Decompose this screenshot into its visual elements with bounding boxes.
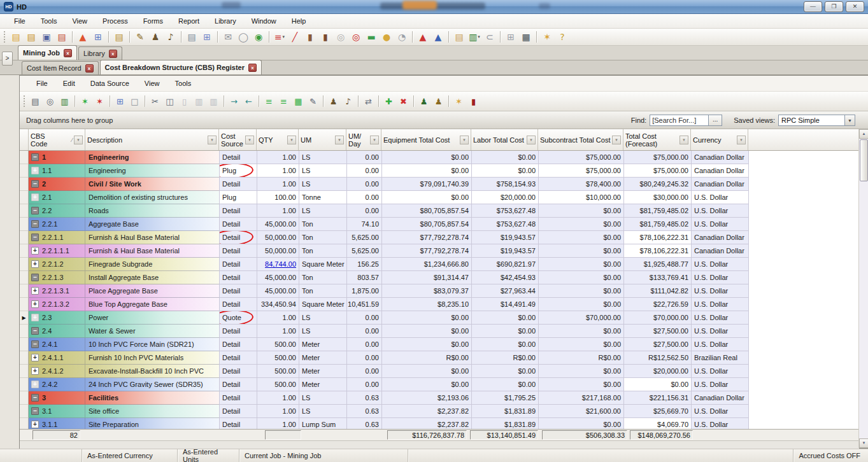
cell-labor-total-cost[interactable]: $0.00 <box>472 311 539 325</box>
reorganize-button[interactable]: ⇄ <box>362 95 375 108</box>
table-row[interactable]: +2.2.1.3.1Place Aggregate BaseDetail45,0… <box>20 284 859 298</box>
filter-icon[interactable]: ▼ <box>208 136 217 144</box>
cell-total-cost-forecast[interactable]: $27,500.00 <box>624 338 692 351</box>
copy-windows-button[interactable]: ⊞ <box>91 30 105 44</box>
menu-forms[interactable]: Forms <box>136 15 171 27</box>
cell-total-cost-forecast[interactable]: $25,669.70 <box>624 405 692 418</box>
cell-equipment-total-cost[interactable]: $0.00 <box>382 378 472 391</box>
cell-subcontract-total-cost[interactable]: $78,400.00 <box>539 178 624 191</box>
chevron-down-icon[interactable]: ▾ <box>478 34 480 39</box>
table-row[interactable]: +2.1Demolition of existing structuresPlu… <box>20 191 859 204</box>
calculator-button[interactable]: ▦ <box>519 30 533 44</box>
row-indicator[interactable] <box>20 191 29 204</box>
cell-um-per-day[interactable]: 0.00 <box>347 178 382 191</box>
cell-um[interactable]: LS <box>299 391 347 405</box>
cell-cost-source[interactable]: Detail <box>220 391 257 405</box>
cell-qty[interactable]: 1.00 <box>257 164 299 178</box>
cell-cbs-code[interactable]: +2.3 <box>29 311 85 324</box>
cell-labor-total-cost[interactable]: R$0.00 <box>472 351 539 365</box>
cell-currency[interactable]: U.S. Dollar <box>692 311 749 325</box>
expand-toggle-icon[interactable]: + <box>31 314 39 321</box>
sidebar-expand-button[interactable]: > <box>2 52 13 66</box>
cell-subcontract-total-cost[interactable]: R$0.00 <box>539 351 624 365</box>
help-button[interactable]: ? <box>555 30 569 44</box>
cell-qty[interactable]: 1.00 <box>257 204 299 218</box>
cell-equipment-total-cost[interactable]: $77,792,278.74 <box>382 244 472 258</box>
cell-equipment-total-cost[interactable]: $2,237.82 <box>382 418 472 429</box>
cell-um[interactable]: Meter <box>299 338 347 351</box>
table-row[interactable]: +2.2.1.1.1Furnish & Haul Base MaterialDe… <box>20 244 859 258</box>
cell-qty[interactable]: 1.00 <box>257 325 299 338</box>
row-indicator[interactable] <box>20 271 29 284</box>
cell-qty[interactable]: 500.00 <box>257 365 299 378</box>
assign-resource-button[interactable]: ♟ <box>327 95 340 108</box>
promote-button[interactable]: ← <box>242 95 255 108</box>
collapse-toggle-icon[interactable]: – <box>31 180 39 188</box>
cell-cost-source[interactable]: Detail <box>220 218 257 231</box>
comment-approved-button[interactable]: ◉ <box>252 30 266 44</box>
table-row[interactable]: –2.2.1.1Furnish & Haul Base MaterialDeta… <box>20 231 859 244</box>
cell-description[interactable]: Furnish & Haul Base Material <box>85 244 219 257</box>
cell-qty[interactable]: 100.00 <box>257 191 299 204</box>
cell-equipment-total-cost[interactable]: $0.00 <box>382 164 472 178</box>
close-tab-icon[interactable]: x <box>248 64 257 72</box>
cell-equipment-total-cost[interactable]: $2,193.06 <box>382 391 472 405</box>
cell-total-cost-forecast[interactable]: $0.00 <box>624 378 692 391</box>
cell-um[interactable]: Tonne <box>299 191 347 204</box>
cell-qty[interactable]: 1.00 <box>257 418 299 429</box>
cell-subcontract-total-cost[interactable]: $0.00 <box>539 271 624 284</box>
cell-um-per-day[interactable]: 0.00 <box>347 191 382 204</box>
menu-window[interactable]: Window <box>244 15 284 27</box>
cell-cbs-code[interactable]: –2.2 <box>29 204 85 217</box>
paste-special-button[interactable]: ▮ <box>303 30 317 44</box>
cell-labor-total-cost[interactable]: $753,627.48 <box>472 218 539 231</box>
foreman-button[interactable]: ♟ <box>148 30 162 44</box>
cell-um[interactable]: Ton <box>299 284 347 298</box>
collapse-toggle-icon[interactable]: – <box>31 207 39 214</box>
cell-um[interactable]: Meter <box>299 378 347 391</box>
collapse-toggle-icon[interactable]: – <box>31 153 39 161</box>
email-button[interactable]: ✉ <box>221 30 235 44</box>
expand-toggle-icon[interactable]: + <box>31 354 39 361</box>
column-header-equip[interactable]: Equipment Total Cost▼ <box>381 129 471 150</box>
cell-equipment-total-cost[interactable]: $91,314.47 <box>382 271 472 284</box>
cleanup-button[interactable]: ✶ <box>540 30 554 44</box>
cell-um[interactable]: Ton <box>299 244 347 258</box>
cell-subcontract-total-cost[interactable]: $70,000.00 <box>539 311 624 325</box>
table-row[interactable]: –3FacilitiesDetail1.00LS0.63$2,193.06$1,… <box>20 391 859 405</box>
cell-total-cost-forecast[interactable]: $221,156.31 <box>624 391 692 405</box>
row-indicator[interactable] <box>20 391 29 405</box>
add-cost-item-button[interactable]: ✶ <box>78 95 92 108</box>
cell-um[interactable]: LS <box>299 311 347 325</box>
table-row[interactable]: –2.2.1Aggregate BaseDetail45,000.00Ton74… <box>20 218 859 231</box>
filter-icon[interactable]: ▼ <box>527 136 536 144</box>
cleanup-button[interactable]: ✶ <box>452 95 466 108</box>
excel-paste-disabled-button[interactable]: ▥ <box>207 95 220 108</box>
column-header-labor[interactable]: Labor Total Cost▼ <box>471 129 538 150</box>
collapse-toggle-icon[interactable]: – <box>31 220 39 228</box>
cell-cbs-code[interactable]: +2.2.1.3.2 <box>29 298 85 311</box>
row-indicator[interactable] <box>20 178 29 191</box>
cut-button[interactable]: ✂ <box>148 95 162 108</box>
column-header-source[interactable]: Cost Source▼ <box>219 129 257 150</box>
row-indicator[interactable] <box>20 325 29 338</box>
column-header-um[interactable]: UM▼ <box>299 129 346 150</box>
expand-toggle-icon[interactable]: + <box>31 247 39 255</box>
cell-qty[interactable]: 1.00 <box>257 311 299 325</box>
cell-um[interactable]: Meter <box>299 365 347 378</box>
close-tab-icon[interactable]: x <box>85 64 94 73</box>
new-job-button[interactable]: ▤ <box>9 30 23 44</box>
cell-subcontract-total-cost[interactable]: $21,600.00 <box>539 405 624 418</box>
expand-all-button[interactable]: ▦ <box>292 95 305 108</box>
table-row[interactable]: –2.2.1.3Install Aggregate BaseDetail45,0… <box>20 271 859 284</box>
cell-currency[interactable]: U.S. Dollar <box>692 338 749 351</box>
table-row[interactable]: –2.2RoadsDetail1.00LS0.00$80,705,857.54$… <box>20 204 859 218</box>
add-row-button[interactable]: ✚ <box>382 95 395 108</box>
cell-labor-total-cost[interactable]: $19,943.57 <box>472 231 539 244</box>
cell-cost-source[interactable]: Detail <box>220 378 257 391</box>
pyramid-report-button[interactable]: ▲ <box>416 30 430 44</box>
scroll-down-icon[interactable]: ▼ <box>859 438 868 448</box>
cell-equipment-total-cost[interactable]: $80,705,857.54 <box>382 204 472 218</box>
cell-cost-source[interactable]: Plug <box>220 191 257 204</box>
cell-um-per-day[interactable]: 0.00 <box>347 338 382 351</box>
